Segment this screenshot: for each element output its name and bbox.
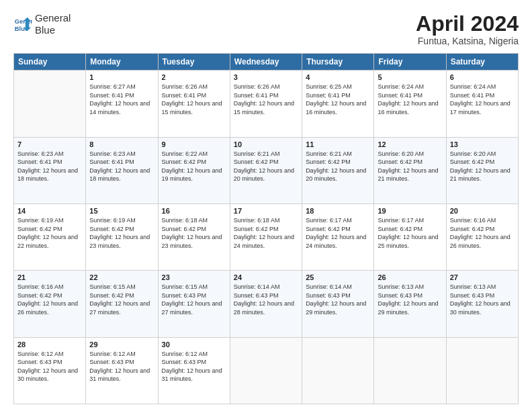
day-number: 27 [450, 273, 515, 281]
day-info: Sunrise: 6:19 AMSunset: 6:42 PMDaylight:… [89, 216, 154, 250]
day-info: Sunrise: 6:26 AMSunset: 6:41 PMDaylight:… [234, 83, 298, 116]
day-info: Sunrise: 6:17 AMSunset: 6:42 PMDaylight:… [306, 216, 370, 250]
calendar-day-cell: 8Sunrise: 6:23 AMSunset: 6:41 PMDaylight… [86, 137, 158, 203]
day-number: 2 [162, 73, 226, 81]
calendar-day-cell: 7Sunrise: 6:23 AMSunset: 6:41 PMDaylight… [14, 137, 86, 203]
calendar-day-cell: 12Sunrise: 6:20 AMSunset: 6:42 PMDayligh… [374, 137, 446, 203]
calendar-day-cell: 15Sunrise: 6:19 AMSunset: 6:42 PMDayligh… [86, 203, 158, 270]
day-info: Sunrise: 6:21 AMSunset: 6:42 PMDaylight:… [306, 150, 370, 183]
day-number: 4 [306, 73, 370, 81]
day-info: Sunrise: 6:12 AMSunset: 6:43 PMDaylight:… [89, 350, 154, 383]
day-number: 20 [450, 207, 515, 215]
day-info: Sunrise: 6:24 AMSunset: 6:41 PMDaylight:… [450, 83, 515, 116]
calendar-day-cell: 23Sunrise: 6:15 AMSunset: 6:43 PMDayligh… [158, 271, 230, 337]
day-number: 6 [450, 73, 515, 81]
calendar-title: April 2024 [416, 12, 519, 36]
calendar-day-cell: 9Sunrise: 6:22 AMSunset: 6:42 PMDaylight… [158, 137, 230, 203]
day-info: Sunrise: 6:15 AMSunset: 6:43 PMDaylight:… [162, 283, 226, 316]
day-info: Sunrise: 6:20 AMSunset: 6:42 PMDaylight:… [378, 150, 442, 183]
calendar-week-row: 7Sunrise: 6:23 AMSunset: 6:41 PMDaylight… [14, 137, 519, 203]
calendar-week-row: 28Sunrise: 6:12 AMSunset: 6:43 PMDayligh… [14, 337, 519, 404]
day-info: Sunrise: 6:12 AMSunset: 6:43 PMDaylight:… [162, 350, 226, 383]
day-number: 26 [378, 273, 442, 281]
calendar-day-cell: 14Sunrise: 6:19 AMSunset: 6:42 PMDayligh… [14, 203, 86, 270]
day-number: 19 [378, 207, 442, 215]
calendar-day-cell: 13Sunrise: 6:20 AMSunset: 6:42 PMDayligh… [446, 137, 518, 203]
day-number: 8 [89, 140, 154, 148]
calendar-day-cell: 4Sunrise: 6:25 AMSunset: 6:41 PMDaylight… [302, 71, 374, 137]
weekday-header: Wednesday [230, 54, 302, 71]
day-info: Sunrise: 6:23 AMSunset: 6:41 PMDaylight:… [89, 150, 154, 183]
day-number: 21 [17, 273, 82, 281]
header: General Blue General Blue April 2024 Fun… [13, 12, 519, 46]
weekday-header: Friday [374, 54, 446, 71]
day-number: 14 [17, 207, 82, 215]
day-info: Sunrise: 6:12 AMSunset: 6:43 PMDaylight:… [17, 350, 82, 383]
calendar-day-cell [374, 337, 446, 404]
day-number: 12 [378, 140, 442, 148]
day-info: Sunrise: 6:21 AMSunset: 6:42 PMDaylight:… [234, 150, 298, 183]
calendar-table: SundayMondayTuesdayWednesdayThursdayFrid… [13, 53, 519, 404]
day-number: 28 [17, 340, 82, 349]
day-number: 22 [89, 273, 154, 281]
day-number: 16 [162, 207, 226, 215]
logo: General Blue General Blue [13, 12, 71, 36]
calendar-day-cell: 22Sunrise: 6:15 AMSunset: 6:42 PMDayligh… [86, 271, 158, 337]
calendar-day-cell [230, 337, 302, 404]
day-info: Sunrise: 6:24 AMSunset: 6:41 PMDaylight:… [378, 83, 442, 116]
day-info: Sunrise: 6:22 AMSunset: 6:42 PMDaylight:… [162, 150, 226, 183]
logo-line1: General [35, 12, 71, 24]
calendar-day-cell: 16Sunrise: 6:18 AMSunset: 6:42 PMDayligh… [158, 203, 230, 270]
svg-text:General: General [15, 18, 32, 25]
logo-line2: Blue [35, 24, 71, 36]
day-info: Sunrise: 6:18 AMSunset: 6:42 PMDaylight:… [162, 216, 226, 250]
day-info: Sunrise: 6:23 AMSunset: 6:41 PMDaylight:… [17, 150, 82, 183]
day-info: Sunrise: 6:25 AMSunset: 6:41 PMDaylight:… [306, 83, 370, 116]
day-info: Sunrise: 6:18 AMSunset: 6:42 PMDaylight:… [234, 216, 298, 250]
calendar-week-row: 1Sunrise: 6:27 AMSunset: 6:41 PMDaylight… [14, 71, 519, 137]
calendar-day-cell: 28Sunrise: 6:12 AMSunset: 6:43 PMDayligh… [14, 337, 86, 404]
calendar-day-cell: 25Sunrise: 6:14 AMSunset: 6:43 PMDayligh… [302, 271, 374, 337]
calendar-day-cell: 5Sunrise: 6:24 AMSunset: 6:41 PMDaylight… [374, 71, 446, 137]
day-number: 18 [306, 207, 370, 215]
calendar-day-cell: 2Sunrise: 6:26 AMSunset: 6:41 PMDaylight… [158, 71, 230, 137]
weekday-header: Monday [86, 54, 158, 71]
day-number: 25 [306, 273, 370, 281]
day-info: Sunrise: 6:15 AMSunset: 6:42 PMDaylight:… [89, 283, 154, 316]
calendar-day-cell: 17Sunrise: 6:18 AMSunset: 6:42 PMDayligh… [230, 203, 302, 270]
day-info: Sunrise: 6:17 AMSunset: 6:42 PMDaylight:… [378, 216, 442, 250]
logo-text: General Blue [35, 12, 71, 36]
day-number: 30 [162, 340, 226, 349]
day-info: Sunrise: 6:14 AMSunset: 6:43 PMDaylight:… [306, 283, 370, 316]
page: General Blue General Blue April 2024 Fun… [0, 0, 532, 411]
day-info: Sunrise: 6:13 AMSunset: 6:43 PMDaylight:… [378, 283, 442, 316]
calendar-day-cell: 29Sunrise: 6:12 AMSunset: 6:43 PMDayligh… [86, 337, 158, 404]
weekday-header: Saturday [446, 54, 518, 71]
day-number: 9 [162, 140, 226, 148]
day-info: Sunrise: 6:16 AMSunset: 6:42 PMDaylight:… [17, 283, 82, 316]
calendar-day-cell [446, 337, 518, 404]
day-info: Sunrise: 6:14 AMSunset: 6:43 PMDaylight:… [234, 283, 298, 316]
calendar-day-cell [14, 71, 86, 137]
day-info: Sunrise: 6:27 AMSunset: 6:41 PMDaylight:… [89, 83, 154, 116]
weekday-header: Thursday [302, 54, 374, 71]
day-number: 11 [306, 140, 370, 148]
title-block: April 2024 Funtua, Katsina, Nigeria [416, 12, 519, 46]
day-info: Sunrise: 6:20 AMSunset: 6:42 PMDaylight:… [450, 150, 515, 183]
day-number: 17 [234, 207, 298, 215]
day-info: Sunrise: 6:26 AMSunset: 6:41 PMDaylight:… [162, 83, 226, 116]
day-number: 29 [89, 340, 154, 349]
day-number: 13 [450, 140, 515, 148]
day-info: Sunrise: 6:13 AMSunset: 6:43 PMDaylight:… [450, 283, 515, 316]
weekday-header-row: SundayMondayTuesdayWednesdayThursdayFrid… [14, 54, 519, 71]
calendar-day-cell: 10Sunrise: 6:21 AMSunset: 6:42 PMDayligh… [230, 137, 302, 203]
calendar-day-cell: 3Sunrise: 6:26 AMSunset: 6:41 PMDaylight… [230, 71, 302, 137]
calendar-week-row: 14Sunrise: 6:19 AMSunset: 6:42 PMDayligh… [14, 203, 519, 270]
calendar-day-cell: 21Sunrise: 6:16 AMSunset: 6:42 PMDayligh… [14, 271, 86, 337]
logo-icon: General Blue [13, 15, 32, 34]
day-number: 5 [378, 73, 442, 81]
calendar-subtitle: Funtua, Katsina, Nigeria [416, 36, 519, 46]
calendar-day-cell [302, 337, 374, 404]
day-info: Sunrise: 6:19 AMSunset: 6:42 PMDaylight:… [17, 216, 82, 250]
weekday-header: Sunday [14, 54, 86, 71]
